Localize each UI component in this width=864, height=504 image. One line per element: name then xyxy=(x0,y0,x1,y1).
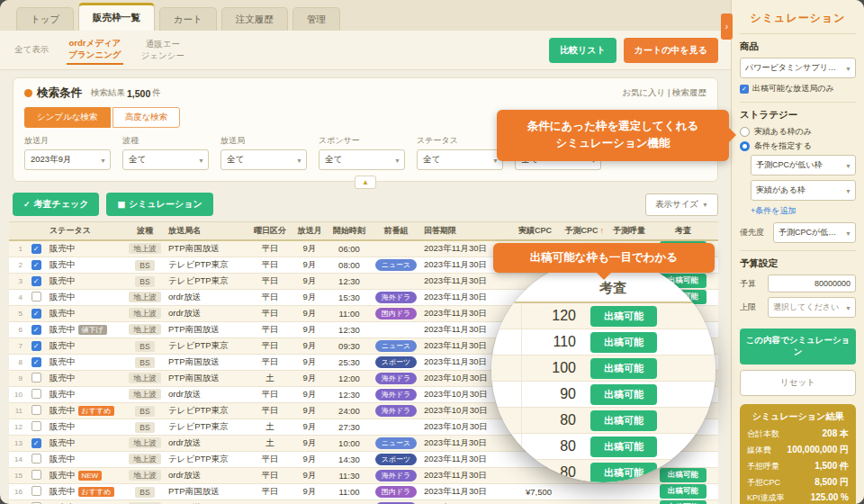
cell-status: 販売中 xyxy=(47,386,124,402)
row-checkbox[interactable]: ✓ xyxy=(32,244,41,254)
column-header[interactable]: 放送月 xyxy=(292,222,328,241)
result-row: 予想呼量1,500 件 xyxy=(747,460,849,472)
filter-select[interactable]: 全て▼ xyxy=(122,149,209,170)
cell-checkbox: ✓ xyxy=(25,305,47,321)
cell-month: 9月 xyxy=(292,435,328,451)
status-tag: おすすめ xyxy=(78,406,115,416)
add-condition-link[interactable]: +条件を追加 xyxy=(751,205,856,217)
column-header[interactable]: 放送局名 xyxy=(166,222,248,241)
run-simulation-button[interactable]: この内容でシミュレーション xyxy=(740,328,856,364)
row-checkbox[interactable] xyxy=(32,405,41,415)
subnav-item[interactable]: 通販エージェンシー xyxy=(140,36,186,64)
filter-select[interactable]: 全て▼ xyxy=(220,149,307,170)
cell-status: 販売中 xyxy=(47,451,124,467)
magnifier-header: 考査 xyxy=(563,280,662,297)
row-checkbox[interactable]: ✓ xyxy=(32,325,41,335)
radio-specify-conditions[interactable]: 条件を指定する xyxy=(740,140,856,152)
magnifier-column-edge xyxy=(491,382,522,407)
row-checkbox[interactable] xyxy=(32,373,41,382)
cell-month: 9月 xyxy=(292,289,328,305)
radio-actual-slots[interactable]: 実績ある枠のみ xyxy=(740,126,856,138)
search-history-link[interactable]: 検索履歴 xyxy=(672,87,706,97)
cell-program: 海外ドラ xyxy=(371,370,421,386)
row-checkbox[interactable] xyxy=(32,454,41,464)
priority-select[interactable]: 予測CPCが低い順▼ xyxy=(773,222,856,243)
filter-select[interactable]: 全て▼ xyxy=(319,149,405,170)
top-tab[interactable]: 注文履歴 xyxy=(221,7,288,31)
row-checkbox[interactable]: ✓ xyxy=(32,438,41,448)
result-label: 媒体費 xyxy=(747,445,771,456)
cell-program xyxy=(371,240,421,256)
subnav: 全て表示ordrメディアプランニング通販エージェンシー 比較リスト カートの中を… xyxy=(0,31,731,70)
chevron-down-icon: ▼ xyxy=(394,157,400,163)
row-checkbox[interactable] xyxy=(32,421,41,431)
program-tag: 海外ドラ xyxy=(375,470,417,482)
row-checkbox[interactable]: ✓ xyxy=(32,309,41,319)
top-tab[interactable]: カート xyxy=(159,7,217,31)
result-label: KPI達成率 xyxy=(747,492,785,504)
filter-select[interactable]: 全て▼ xyxy=(417,149,503,170)
row-number: 10 xyxy=(9,386,25,402)
product-select[interactable]: パワービタミンサプリタブレット▼ xyxy=(740,58,856,78)
sidebar-collapse-handle[interactable]: › xyxy=(721,14,733,40)
simple-search-toggle[interactable]: シンプルな検索 xyxy=(24,107,111,128)
reset-button[interactable]: リセット xyxy=(740,370,856,396)
filter-select[interactable]: 2023年9月▼ xyxy=(24,149,111,170)
row-checkbox[interactable] xyxy=(32,292,41,302)
column-header[interactable]: 曜日区分 xyxy=(248,222,292,241)
row-checkbox[interactable]: ✓ xyxy=(32,341,41,351)
row-checkbox[interactable]: ✓ xyxy=(32,260,41,270)
row-checkbox[interactable] xyxy=(32,389,41,399)
column-header[interactable]: ステータス xyxy=(47,222,124,241)
condition1-select[interactable]: 予測CPCが低い枠▼ xyxy=(751,155,856,176)
kensa-check-button[interactable]: ✓考査チェック xyxy=(13,193,99,216)
cell-month: 9月 xyxy=(292,240,328,256)
column-header[interactable]: 予測呼量 xyxy=(607,222,648,241)
chevron-down-icon: ▼ xyxy=(845,304,851,310)
approval-badge[interactable]: 出稿可能 xyxy=(660,500,706,504)
only-available-checkbox[interactable]: ✓出稿可能な放送局のみ xyxy=(740,83,856,94)
view-cart-button[interactable]: カートの中を見る xyxy=(624,38,718,63)
subnav-item[interactable]: ordrメディアプランニング xyxy=(67,35,122,65)
top-tab[interactable]: 管理 xyxy=(292,7,340,31)
cell-deadline: 2023年11月30日 xyxy=(421,500,504,504)
column-header[interactable]: 考査 xyxy=(648,222,718,241)
column-header[interactable]: 回答期限 xyxy=(421,222,504,241)
approval-badge[interactable]: 出稿可能 xyxy=(660,484,706,499)
top-tab[interactable]: 販売枠一覧 xyxy=(78,3,155,31)
condition2-select[interactable]: 実績がある枠▼ xyxy=(751,180,856,201)
filter-group: ステータス全て▼ xyxy=(417,135,503,170)
compare-list-button[interactable]: 比較リスト xyxy=(549,38,616,63)
cell-program: 国内ドラ xyxy=(371,483,421,500)
column-header[interactable]: 前番組 xyxy=(371,222,421,241)
row-checkbox[interactable]: ✓ xyxy=(32,357,41,367)
column-header[interactable]: 実績CPC xyxy=(504,222,554,241)
cell-station: ordr放送 xyxy=(166,289,248,305)
row-checkbox[interactable]: ✓ xyxy=(32,276,41,286)
result-row: 予想CPC8,500 円 xyxy=(747,476,849,489)
column-header[interactable]: 予測CPC↑ xyxy=(554,222,607,241)
cell-station: ordr放送 xyxy=(166,500,248,504)
column-header[interactable]: 開始時刻 xyxy=(328,222,371,241)
simulation-button[interactable]: ▦シミュレーション xyxy=(106,193,212,216)
cap-select[interactable]: 選択してください▼ xyxy=(768,297,856,318)
subnav-item[interactable]: 全て表示 xyxy=(13,41,50,58)
favorites-link[interactable]: お気に入り xyxy=(622,87,665,97)
advanced-search-toggle[interactable]: 高度な検索 xyxy=(112,107,181,128)
cell-start-time: 06:00 xyxy=(328,240,371,256)
cell-month: 9月 xyxy=(292,467,328,483)
top-tab[interactable]: トップ xyxy=(16,7,74,31)
display-size-select[interactable]: 表示サイズ▼ xyxy=(645,194,718,216)
filter-group: スポンサー全て▼ xyxy=(319,135,405,170)
row-checkbox[interactable] xyxy=(32,486,41,496)
cell-station: テレビPTP東京 xyxy=(166,418,248,435)
program-tag: 海外ドラ xyxy=(375,389,417,400)
row-number: 1 xyxy=(9,240,25,256)
budget-input[interactable] xyxy=(768,274,856,292)
cell-deadline: 2023年10月30日 xyxy=(421,402,504,418)
column-header[interactable]: 波種 xyxy=(124,222,166,241)
cell-status: 販売中 xyxy=(47,338,124,354)
row-checkbox[interactable] xyxy=(32,470,41,480)
approval-badge[interactable]: 出稿可能 xyxy=(660,468,706,482)
collapse-panel-button[interactable]: ▲ xyxy=(355,176,376,189)
